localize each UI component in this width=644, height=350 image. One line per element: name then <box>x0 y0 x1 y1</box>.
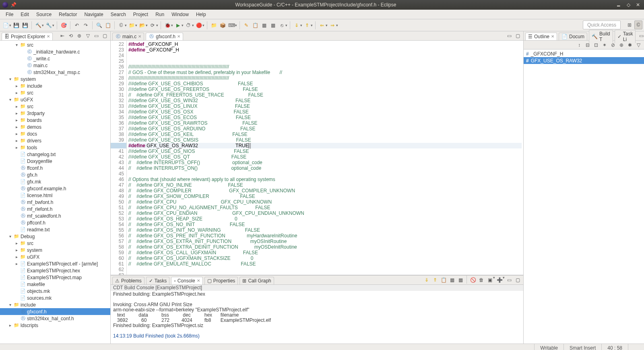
close-button[interactable]: ✕ <box>634 1 642 8</box>
tree-item[interactable]: ▾📁include <box>0 301 110 308</box>
display2-icon[interactable]: ▦ <box>456 276 464 284</box>
debug-icon[interactable]: 🐞 <box>163 21 171 30</box>
tree-item[interactable]: ▸📁docs <box>0 130 110 137</box>
menu-edit[interactable]: Edit <box>17 10 32 19</box>
focus-icon[interactable]: ⊛ <box>75 31 83 40</box>
tree-item[interactable]: ▸📁ldscripts <box>0 322 110 329</box>
tree-item[interactable]: ▸📁demos <box>0 124 110 130</box>
outline-item[interactable]: #GFX_USE_OS_RAW32 <box>524 57 644 64</box>
terminal-icon[interactable]: ⌨ <box>227 21 235 30</box>
outline-tab[interactable]: ☰Outline✕ <box>525 33 557 40</box>
tree-item[interactable]: ▸📁include <box>0 82 110 89</box>
target-icon[interactable]: 🎯 <box>60 21 68 30</box>
maximize-button[interactable]: ◇ <box>625 1 632 8</box>
project-icon[interactable]: 📁 <box>210 21 218 30</box>
minimize-button[interactable]: 🗕 <box>615 1 622 8</box>
package-icon[interactable]: 📦 <box>219 21 227 30</box>
tree-item[interactable]: ▸📁boards <box>0 117 110 124</box>
clear-icon[interactable]: 📋 <box>440 276 448 284</box>
view-menu-icon[interactable]: ▽ <box>84 31 92 40</box>
refresh-icon[interactable]: ⟳ <box>149 21 157 30</box>
tree-item[interactable]: ⓗmf_scaledfont.h <box>0 212 110 219</box>
wizard5-icon[interactable]: ⎋ <box>278 21 286 30</box>
collapse-all-icon[interactable]: ⇤ <box>58 31 66 40</box>
open-type-icon[interactable]: 🔍 <box>95 21 103 30</box>
save-all-icon[interactable]: 💾 <box>21 21 29 30</box>
tree-item[interactable]: ▸📁src <box>0 103 110 110</box>
tree-item[interactable]: ⓗpffconf.h <box>0 219 110 226</box>
tree-item[interactable]: 📄readme.txt <box>0 226 110 233</box>
min-outline-icon[interactable]: ▭ <box>637 31 644 40</box>
tree-item[interactable]: ▾📁uGFX <box>0 96 110 103</box>
redo-icon[interactable]: ↷ <box>82 21 90 30</box>
link-editor-icon[interactable]: ⟲ <box>67 31 75 40</box>
tree-item[interactable]: 📄license.html <box>0 192 110 199</box>
outline-list[interactable]: #_GFXCONF_H#GFX_USE_OS_RAW32 <box>524 49 644 344</box>
bottom-tab-properties[interactable]: ▢Properties <box>204 277 238 284</box>
close-icon[interactable]: ✕ <box>47 34 50 39</box>
tree-item[interactable]: ⓒ_write.c <box>0 55 110 62</box>
menu-run[interactable]: Run <box>152 10 167 19</box>
tree-item[interactable]: ▸📁drivers <box>0 137 110 144</box>
tree-item[interactable]: ⓒ_initialize_hardware.c <box>0 48 110 55</box>
new-class-icon[interactable]: © <box>117 21 125 30</box>
display-icon[interactable]: ▦ <box>448 276 456 284</box>
bottom-tab-tasks[interactable]: ✓Tasks <box>146 277 170 284</box>
run-icon[interactable]: ▶ <box>174 21 182 30</box>
sort-icon[interactable]: ↕ <box>575 41 583 49</box>
scroll-lock-icon[interactable]: ⇑ <box>431 276 439 284</box>
quick-access[interactable]: Quick Access <box>583 21 621 29</box>
open-console-icon[interactable]: ▣ <box>486 276 494 284</box>
console-output[interactable]: CDT Build Console [ExampleSTMProject]Fin… <box>111 285 523 344</box>
bottom-tab-console[interactable]: ▫Console✕ <box>171 277 202 284</box>
outline-tab[interactable]: ✓Task Li <box>615 30 636 43</box>
menu-project[interactable]: Project <box>130 10 151 19</box>
wizard1-icon[interactable]: ✎ <box>242 21 250 30</box>
min-bottom-icon[interactable]: ▭ <box>505 276 513 284</box>
next-annotation-icon[interactable]: ⇓ <box>293 21 301 30</box>
prev-annotation-icon[interactable]: ⇑ <box>303 21 311 30</box>
wizard2-icon[interactable]: 📋 <box>251 21 259 30</box>
close-icon[interactable]: ✕ <box>551 34 554 39</box>
forward-icon[interactable]: ⇒ <box>328 21 336 30</box>
tree-item[interactable]: ▸📁tools <box>0 144 110 151</box>
build-icon[interactable]: 🔨 <box>34 21 42 30</box>
new-source-icon[interactable]: 📂 <box>138 21 146 30</box>
menu-navigate[interactable]: Navigate <box>81 10 106 19</box>
tree-item[interactable]: ⓗstm32f4xx_hal_conf.h <box>0 315 110 322</box>
close-icon[interactable]: ✕ <box>138 34 141 39</box>
tree-item[interactable]: ⓗgfx.h <box>0 171 110 178</box>
menu-file[interactable]: File <box>2 10 17 19</box>
editor-area[interactable]: 2223242526272829303132333435363738394041… <box>111 41 523 275</box>
external-icon[interactable]: 🔴 <box>195 21 203 30</box>
minimize-editor-icon[interactable]: ▭ <box>505 31 513 40</box>
tree-item[interactable]: ▾📁src <box>0 41 110 48</box>
editor-tab[interactable]: ⓗgfxconf.h✕ <box>146 33 183 40</box>
tree-item[interactable]: ▸📁uGFX <box>0 253 110 260</box>
remove-all-icon[interactable]: 🗑 <box>477 276 485 284</box>
tree-item[interactable]: ⓗffconf.h <box>0 165 110 171</box>
tree-item[interactable]: ▸📄ExampleSTMProject.elf - [arm/le] <box>0 260 110 267</box>
menu-window[interactable]: Window <box>168 10 192 19</box>
project-tree[interactable]: ▾📁srcⓒ_initialize_hardware.cⓒ_write.cⓒma… <box>0 41 110 344</box>
tree-item[interactable]: ▾📁system <box>0 76 110 82</box>
tree-item[interactable]: 📄ExampleSTMProject.map <box>0 274 110 281</box>
tree-item[interactable]: ⓒstm32f4xx_hal_msp.c <box>0 69 110 76</box>
undo-icon[interactable]: ↶ <box>73 21 81 30</box>
outline-item[interactable]: #_GFXCONF_H <box>524 50 644 57</box>
tree-item[interactable]: 📄objects.mk <box>0 288 110 294</box>
project-explorer-tab[interactable]: 🗄 Project Explorer ✕ <box>2 33 53 40</box>
tree-item[interactable]: 📄gfx.mk <box>0 178 110 185</box>
tree-item[interactable]: ⓒmain.c <box>0 62 110 69</box>
close-icon[interactable]: ✕ <box>197 278 200 283</box>
tree-item[interactable]: 📄ExampleSTMProject.hex <box>0 267 110 274</box>
open-element-icon[interactable]: 📋 <box>104 21 112 30</box>
new-icon[interactable]: 📄 <box>2 21 10 30</box>
build-all-icon[interactable]: 🔧 <box>45 21 53 30</box>
minimize-view-icon[interactable]: ▭ <box>92 31 100 40</box>
tree-item[interactable]: ▸📁3rdparty <box>0 110 110 117</box>
tree-item[interactable]: ⓗgfxconf.h <box>0 308 110 315</box>
maximize-editor-icon[interactable]: ▢ <box>514 31 522 40</box>
menu-source[interactable]: Source <box>33 10 55 19</box>
outline-tab[interactable]: 🔨Build T <box>589 30 613 43</box>
